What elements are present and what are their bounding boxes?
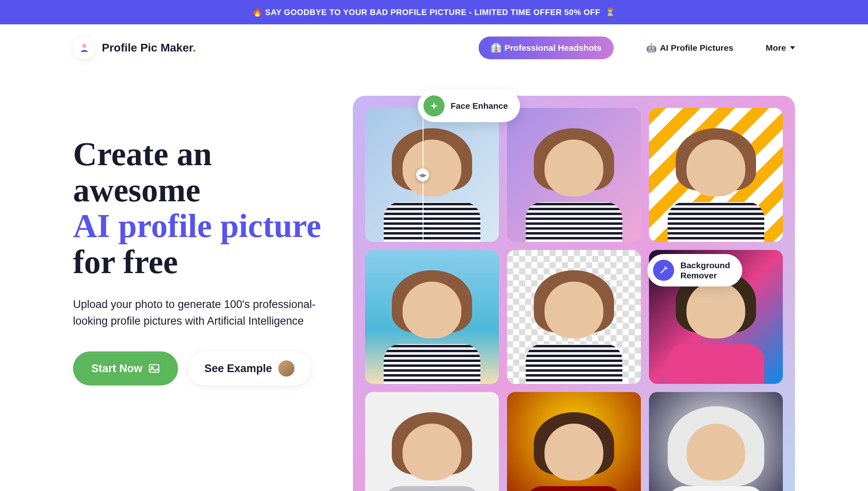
hero-content: Create an awesome AI profile picture for…: [73, 88, 337, 491]
svg-point-0: [82, 44, 86, 48]
nav-ai-label: AI Profile Pictures: [660, 43, 733, 53]
tile-astronaut: [649, 392, 783, 491]
nav-more-dropdown[interactable]: More: [766, 43, 795, 53]
hero-gallery: Face Enhance BackgroundRemover ◀▶: [353, 96, 795, 491]
fire-icon: 🔥: [252, 8, 263, 17]
nav-headshots-label: Professional Headshots: [505, 43, 602, 53]
tile-hero: [507, 392, 641, 491]
hero-subtitle: Upload your photo to generate 100's prof…: [73, 296, 337, 329]
svg-rect-1: [149, 365, 159, 373]
banner-text: SAY GOODBYE TO YOUR BAD PROFILE PICTURE …: [265, 8, 475, 17]
background-remover-chip: BackgroundRemover: [647, 254, 742, 286]
logo-icon: [73, 37, 96, 59]
suit-icon: 👔: [491, 43, 501, 53]
wand-icon: [653, 260, 674, 281]
face-enhance-chip: Face Enhance: [418, 90, 520, 122]
tile-pattern: [649, 108, 783, 242]
tile-business: [365, 392, 499, 491]
main-nav: Profile Pic Maker. 👔 Professional Headsh…: [0, 24, 868, 71]
nav-ai-pictures-link[interactable]: 🤖 AI Profile Pictures: [646, 43, 733, 53]
chevron-down-icon: [790, 46, 795, 50]
image-icon: [148, 364, 160, 373]
compare-slider-handle[interactable]: ◀▶: [416, 168, 429, 181]
start-label: Start Now: [91, 362, 142, 375]
banner-bold: LIMITED TIME OFFER 50% OFF: [475, 8, 601, 17]
start-now-button[interactable]: Start Now: [73, 351, 178, 385]
tile-compare: ◀▶: [365, 108, 499, 242]
example-avatar: [278, 360, 294, 377]
robot-icon: 🤖: [646, 43, 657, 53]
hourglass-icon: ⏳: [605, 8, 616, 17]
tile-tropical: [365, 250, 499, 384]
hero-section: Create an awesome AI profile picture for…: [0, 71, 868, 491]
see-example-button[interactable]: See Example: [188, 351, 311, 385]
promo-banner[interactable]: 🔥 SAY GOODBYE TO YOUR BAD PROFILE PICTUR…: [0, 0, 868, 24]
remover-label: BackgroundRemover: [680, 260, 730, 280]
nav-more-label: More: [766, 43, 786, 53]
example-label: See Example: [204, 362, 272, 375]
hero-title: Create an awesome AI profile picture for…: [73, 136, 337, 280]
hero-buttons: Start Now See Example: [73, 351, 337, 385]
sparkle-icon: [423, 95, 445, 116]
logo-text: Profile Pic Maker.: [102, 41, 196, 54]
enhance-label: Face Enhance: [451, 101, 508, 111]
tile-transparent: [507, 250, 641, 384]
nav-headshots-button[interactable]: 👔 Professional Headshots: [479, 37, 614, 59]
tile-gradient: [507, 108, 641, 242]
logo[interactable]: Profile Pic Maker.: [73, 37, 196, 59]
